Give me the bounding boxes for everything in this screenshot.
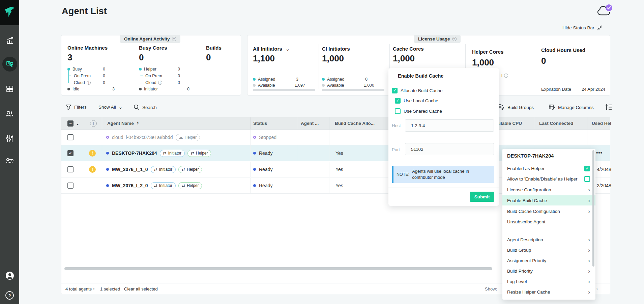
incredibuild-logo [4,6,15,18]
use-local-cache-option[interactable]: ✓ Use Local Cache [395,98,438,104]
row-height-button[interactable] [605,104,612,111]
host-input[interactable]: 1.2.3.4 [405,119,494,132]
checkbox-checked[interactable]: ✓ [395,98,401,104]
agent-status-dot [106,184,109,187]
menu-item-build-priority[interactable]: Build Priority › [502,266,595,276]
submit-button[interactable]: Submit [470,192,494,202]
metric-value: 0 [103,80,105,85]
search-button[interactable]: Search [134,104,157,110]
agent-name: MW_2076_I_1_0 [112,167,148,172]
hide-status-bar-button[interactable]: Hide Status Bar [562,25,603,31]
table-row[interactable]: cloud_i-04b92c073e1a8bbdd ☁ Helper Stopp… [61,130,610,145]
badge-label: Helper [187,167,199,172]
divider [502,162,595,162]
menu-item-allow-enable-disable[interactable]: Allow to 'Enable/Disable' as Helper [502,174,595,184]
agent-name: cloud_i-04b92c073e1a8bbdd [112,135,173,140]
menu-item-label: Enabled as Helper [507,166,584,171]
menu-item-log-level[interactable]: Log Level › [502,276,595,286]
cloud-status-button[interactable] [597,3,613,18]
menu-item-build-group[interactable]: Build Group › [502,245,595,255]
agent-name-header[interactable]: Agent Name ▲ ▼ [102,117,250,129]
sidebar-item-help[interactable]: ? [0,289,19,301]
build-groups-label: Build Groups [507,105,534,110]
row-checkbox[interactable] [67,166,74,172]
helper-badge: ⇄ Helper [187,150,211,157]
last-connected-header[interactable]: Last Connected [535,117,587,129]
checkbox-checked[interactable]: ✓ [392,88,398,93]
checkbox-checked[interactable]: ✓ [584,166,590,171]
menu-item-resize-helper-cache[interactable]: Resize Helper Cache › [502,287,595,297]
all-initiators-title[interactable]: All Initiators ⌄ [253,46,290,52]
sort-icon[interactable]: ▲ ▼ [137,122,139,125]
filters-label: Filters [74,105,87,110]
used-helper-header[interactable]: Used Helper Cores [587,117,611,129]
host-label: Host [392,123,401,128]
status-dot [253,136,256,139]
cloud-hours-title: Cloud Hours Used [541,47,585,53]
build-cache-header[interactable]: Build Cache Allo... [329,117,383,129]
sidebar-item-builds[interactable] [0,83,19,94]
menu-item-agent-description[interactable]: Agent Description › [502,234,595,245]
row-height-icon [605,104,612,111]
manage-columns-label: Manage Columns [558,105,594,110]
port-input[interactable]: 51102 [405,143,494,155]
online-activity-pill: Online Agent Activity ? [120,35,180,43]
row-checkbox[interactable] [67,134,74,140]
ci-initiators-value: 1,000 [322,53,344,64]
alert-icon: ! [90,120,97,127]
sidebar-item-license[interactable] [0,156,19,167]
show-all-dropdown[interactable]: Show All ⌄ [98,104,122,110]
context-menu-scrollbar[interactable] [592,150,594,267]
metric-label: On Prem [74,74,91,78]
warning-icon[interactable]: ! [89,166,96,173]
sidebar: ? [0,0,19,304]
menu-item-build-cache-configuration[interactable]: Build Cache Configuration › [502,206,595,216]
question-icon[interactable]: ? [452,37,457,41]
sidebar-item-settings[interactable] [0,133,19,144]
option-label: Allocate Build Cache [401,88,443,93]
sidebar-item-dashboard[interactable] [0,34,19,47]
users-icon [5,109,14,118]
info-icon[interactable]: i [87,81,91,85]
build-groups-button[interactable]: Build Groups [498,104,534,110]
info-icon[interactable]: i [504,74,508,78]
builds-title: Builds [206,45,222,51]
row-actions-button[interactable]: ••• [596,150,603,156]
available-dot [253,84,256,87]
sidebar-item-agents[interactable] [0,57,19,72]
menu-item-enable-build-cache[interactable]: Enable Build Cache › [502,195,595,205]
check-icon: ✓ [586,166,589,171]
info-icon[interactable]: i [158,81,162,85]
status-header[interactable]: Status [250,117,298,129]
key-icon [5,157,14,167]
menu-item-enabled-as-helper[interactable]: Enabled as Helper ✓ [502,163,595,173]
chevron-down-icon[interactable]: ⌄ [76,121,79,126]
select-all-checkbox[interactable]: – [67,120,74,127]
checkbox-unchecked[interactable] [395,108,401,114]
pagination-next-icon[interactable]: › [596,286,598,292]
menu-item-assignment-priority[interactable]: Assignment Priority › [502,255,595,266]
warning-icon[interactable]: ! [89,150,96,157]
menu-item-unsubscribe-agent[interactable]: Unsubscribe Agent [502,217,595,227]
horizontal-scrollbar[interactable] [64,267,492,270]
row-checkbox[interactable] [67,183,74,189]
use-shared-cache-option[interactable]: Use Shared Cache [395,108,442,114]
allocate-build-cache-option[interactable]: ✓ Allocate Build Cache [392,88,443,93]
agent-truncated-header[interactable]: Agent ... [298,117,329,129]
menu-item-license-configuration[interactable]: License Configuration › [502,185,595,195]
row-checkbox[interactable]: ✓ [67,150,74,156]
question-icon[interactable]: ? [172,37,176,41]
checkbox-unchecked[interactable] [584,176,590,182]
tree-line [140,70,143,83]
manage-columns-button[interactable]: Manage Columns [549,104,594,110]
menu-item-label: Build Group [507,248,588,253]
select-all-header[interactable]: – ⌄ [61,117,86,129]
sidebar-item-users[interactable] [0,108,19,119]
filters-button[interactable]: Filters [66,104,87,110]
clear-selection-link[interactable]: Clear all selected [124,286,158,292]
sidebar-item-account[interactable] [0,270,19,281]
alerts-column-header: ! [86,117,102,129]
cloud-hours-value: 0 [541,56,546,66]
helper-cores-title: Helper Cores [472,49,503,55]
metric-row: Cloud i 0 [145,80,180,85]
